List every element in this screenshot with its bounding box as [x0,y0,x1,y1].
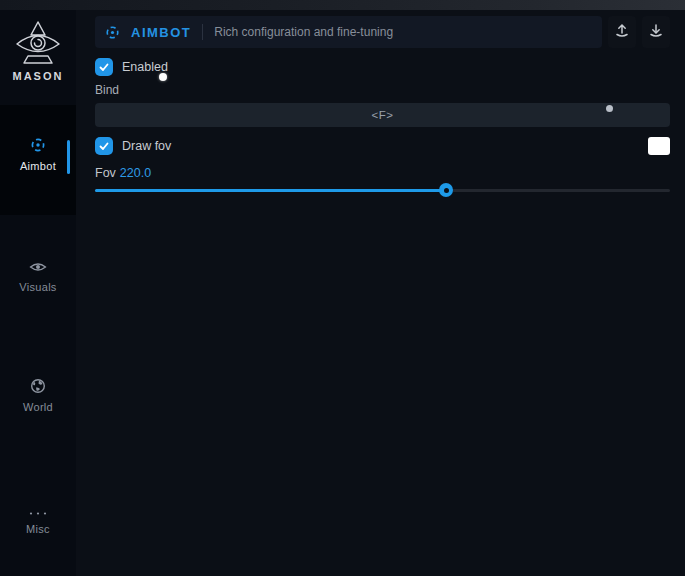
sidebar-item-visuals[interactable]: Visuals [0,260,76,293]
fov-label: Fov [95,166,116,180]
fov-color-swatch[interactable] [648,137,670,155]
eye-icon [29,260,47,276]
draw-fov-label: Draw fov [122,139,171,153]
sidebar-item-label: Visuals [0,281,76,293]
draw-fov-checkbox[interactable] [95,137,113,155]
globe-icon [30,378,46,394]
enabled-label: Enabled [122,60,168,74]
upload-icon [614,23,630,42]
sidebar-item-world[interactable]: World [0,378,76,413]
enabled-checkbox[interactable] [95,58,113,76]
header-divider [202,24,203,40]
check-icon [98,61,110,73]
export-config-button[interactable] [608,16,636,48]
bind-input[interactable]: <F> [95,103,670,127]
download-icon [648,23,664,42]
page-header: AIMBOT Rich configuration and fine-tunin… [95,16,670,48]
brand-logo: MASON [0,20,76,82]
main-content: AIMBOT Rich configuration and fine-tunin… [76,10,685,576]
sidebar-item-aimbot[interactable]: Aimbot [0,137,76,172]
fov-label-row: Fov220.0 [95,166,151,180]
page-title: AIMBOT [131,25,191,40]
fov-slider[interactable] [95,182,670,198]
sidebar-item-label: World [0,401,76,413]
header-bar: AIMBOT Rich configuration and fine-tunin… [95,16,602,48]
cursor-dot [606,105,613,112]
window-top-strip [0,0,685,10]
ellipsis-icon [29,502,47,510]
sidebar-item-misc[interactable]: Misc [0,502,76,535]
import-config-button[interactable] [642,16,670,48]
sidebar: MASON Aimbot Visuals World [0,10,76,576]
sidebar-item-label: Misc [0,523,76,535]
sidebar-item-label: Aimbot [0,160,76,172]
eye-pyramid-icon [0,20,76,68]
bind-value: <F> [372,109,394,121]
draw-fov-row: Draw fov [95,137,670,155]
bind-label: Bind [95,83,119,97]
fov-value: 220.0 [120,166,151,180]
page-subtitle: Rich configuration and fine-tuning [214,25,393,39]
enabled-row: Enabled [95,58,168,76]
cursor-dot [159,73,167,81]
crosshair-icon [105,25,120,40]
brand-name: MASON [0,70,76,82]
fov-slider-thumb[interactable] [439,183,453,197]
crosshair-icon [30,137,46,153]
check-icon [98,140,110,152]
fov-slider-fill [95,189,446,192]
